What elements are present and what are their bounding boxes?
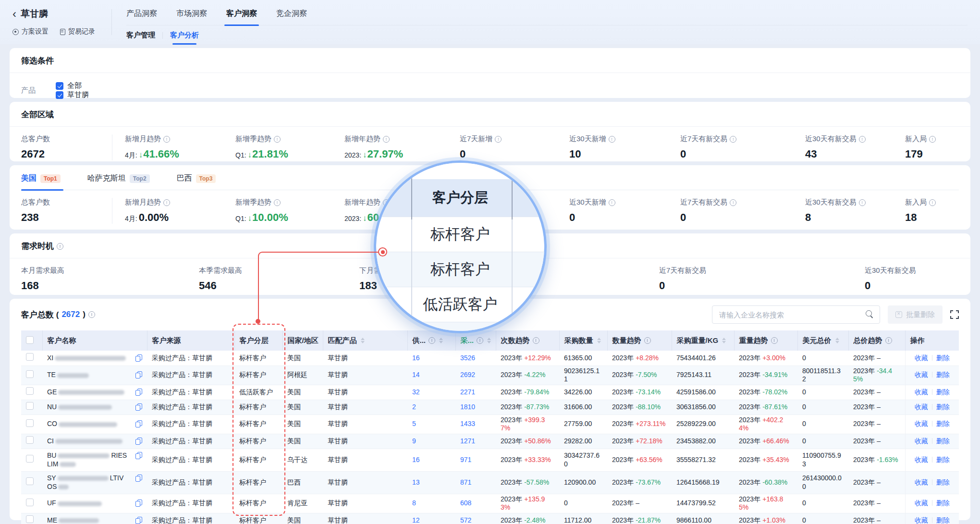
favorite-link[interactable]: 收藏	[915, 437, 928, 445]
subtab-客户分析[interactable]: 客户分析	[170, 31, 199, 40]
country-tab-巴西[interactable]: 巴西Top3	[177, 173, 216, 183]
supplier-count-link[interactable]: 2	[412, 403, 416, 411]
info-icon[interactable]	[495, 136, 502, 143]
copy-icon[interactable]	[135, 475, 142, 482]
favorite-link[interactable]: 收藏	[915, 478, 928, 486]
delete-link[interactable]: 删除	[936, 420, 950, 427]
copy-icon[interactable]	[135, 500, 142, 507]
sort-icon[interactable]	[722, 338, 726, 343]
row-checkbox[interactable]	[26, 455, 34, 463]
purchase-count-link[interactable]: 1433	[460, 420, 475, 427]
info-icon[interactable]	[885, 337, 892, 344]
row-checkbox[interactable]	[26, 387, 34, 395]
copy-icon[interactable]	[135, 389, 142, 396]
copy-icon[interactable]	[135, 517, 142, 524]
favorite-link[interactable]: 收藏	[915, 420, 928, 427]
delete-link[interactable]: 删除	[936, 478, 950, 486]
country-tab-美国[interactable]: 美国Top1	[21, 173, 61, 183]
supplier-count-link[interactable]: 16	[412, 456, 420, 463]
info-icon[interactable]	[477, 337, 483, 344]
delete-link[interactable]: 删除	[936, 516, 950, 524]
purchase-count-link[interactable]: 871	[460, 478, 471, 486]
info-icon[interactable]	[609, 199, 615, 206]
sort-icon[interactable]	[487, 338, 491, 343]
info-icon[interactable]	[859, 199, 866, 206]
filter-option-全部[interactable]: 全部	[56, 81, 89, 90]
supplier-count-link[interactable]: 14	[412, 371, 420, 378]
info-icon[interactable]	[929, 136, 936, 143]
purchase-count-link[interactable]: 3526	[460, 354, 475, 362]
supplier-count-link[interactable]: 8	[412, 499, 416, 507]
tab-市场洞察[interactable]: 市场洞察	[176, 9, 207, 19]
delete-link[interactable]: 删除	[936, 403, 950, 411]
favorite-link[interactable]: 收藏	[915, 499, 928, 507]
subtab-客户管理[interactable]: 客户管理	[126, 31, 155, 40]
trade-records-button[interactable]: 贸易记录	[60, 27, 95, 36]
plan-settings-button[interactable]: 方案设置	[12, 27, 49, 36]
delete-link[interactable]: 删除	[936, 456, 950, 463]
favorite-link[interactable]: 收藏	[915, 516, 928, 524]
info-icon[interactable]	[57, 243, 63, 250]
favorite-link[interactable]: 收藏	[915, 388, 928, 396]
row-checkbox[interactable]	[26, 436, 34, 444]
info-icon[interactable]	[383, 199, 390, 206]
delete-link[interactable]: 删除	[936, 371, 950, 378]
filter-option-草甘膦[interactable]: 草甘膦	[56, 90, 89, 99]
copy-icon[interactable]	[135, 403, 142, 411]
info-icon[interactable]	[274, 199, 281, 206]
back-icon[interactable]: ‹	[12, 10, 16, 18]
row-checkbox[interactable]	[26, 402, 34, 410]
checkbox[interactable]	[56, 91, 63, 99]
favorite-link[interactable]: 收藏	[915, 456, 928, 463]
favorite-link[interactable]: 收藏	[915, 371, 928, 378]
info-icon[interactable]	[730, 199, 736, 206]
purchase-count-link[interactable]: 572	[460, 516, 471, 524]
sort-icon[interactable]	[439, 338, 443, 343]
supplier-count-link[interactable]: 13	[412, 478, 420, 486]
purchase-count-link[interactable]: 608	[460, 499, 471, 507]
delete-link[interactable]: 删除	[936, 499, 950, 507]
supplier-count-link[interactable]: 16	[412, 354, 420, 362]
info-icon[interactable]	[163, 136, 170, 143]
info-icon[interactable]	[730, 136, 736, 143]
delete-link[interactable]: 删除	[936, 354, 950, 362]
sort-icon[interactable]	[361, 338, 365, 343]
country-tab-哈萨克斯坦[interactable]: 哈萨克斯坦Top2	[87, 173, 150, 183]
copy-icon[interactable]	[135, 438, 142, 445]
tab-竞企洞察[interactable]: 竞企洞察	[276, 9, 307, 19]
purchase-count-link[interactable]: 1271	[460, 437, 475, 445]
info-icon[interactable]	[429, 337, 435, 344]
purchase-count-link[interactable]: 1810	[460, 403, 475, 411]
info-icon[interactable]	[274, 136, 281, 143]
row-checkbox[interactable]	[26, 370, 34, 378]
favorite-link[interactable]: 收藏	[915, 354, 928, 362]
copy-icon[interactable]	[135, 354, 142, 362]
tab-产品洞察[interactable]: 产品洞察	[126, 9, 157, 19]
info-icon[interactable]	[859, 136, 866, 143]
checkbox[interactable]	[56, 82, 63, 90]
copy-icon[interactable]	[135, 452, 142, 460]
info-icon[interactable]	[383, 136, 390, 143]
search-input[interactable]	[712, 305, 880, 324]
row-checkbox[interactable]	[26, 353, 34, 361]
copy-icon[interactable]	[135, 371, 142, 379]
sort-icon[interactable]	[597, 338, 601, 343]
purchase-count-link[interactable]: 2692	[460, 371, 475, 378]
info-icon[interactable]	[163, 199, 170, 206]
info-icon[interactable]	[609, 136, 615, 143]
supplier-count-link[interactable]: 12	[412, 516, 420, 524]
row-checkbox[interactable]	[26, 499, 34, 506]
search-icon[interactable]	[866, 310, 874, 318]
select-all-checkbox[interactable]	[26, 336, 34, 344]
copy-icon[interactable]	[135, 420, 142, 428]
sort-icon[interactable]	[835, 338, 839, 343]
batch-delete-button[interactable]: 批量删除	[888, 305, 943, 324]
tab-客户洞察[interactable]: 客户洞察	[226, 9, 257, 19]
purchase-count-link[interactable]: 2271	[460, 388, 475, 396]
supplier-count-link[interactable]: 32	[412, 388, 420, 396]
info-icon[interactable]	[929, 199, 936, 206]
favorite-link[interactable]: 收藏	[915, 403, 928, 411]
supplier-count-link[interactable]: 5	[412, 420, 416, 427]
expand-icon[interactable]	[950, 310, 959, 319]
info-icon[interactable]	[644, 337, 651, 344]
